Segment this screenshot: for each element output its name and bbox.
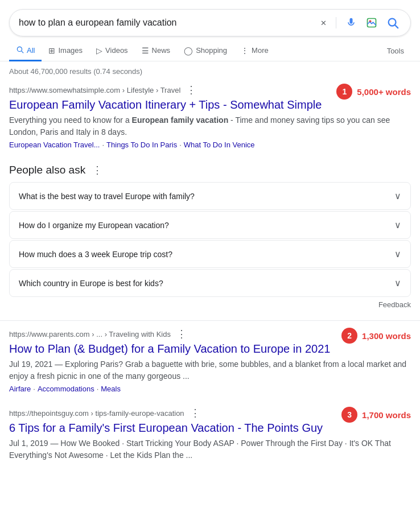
tab-videos[interactable]: ▷ Videos: [89, 42, 135, 61]
result-2-description: Jul 19, 2021 — Exploring Paris? Grab a b…: [9, 358, 411, 382]
search-result-3: 3 1,700 words https://thepointsguy.com ›…: [0, 402, 420, 470]
paa-chevron-3: ∨: [394, 249, 401, 259]
search-result-2: 2 1,300 words https://www.parents.com › …: [0, 323, 420, 402]
search-bar-container: ✕: [0, 0, 420, 36]
paa-item-4[interactable]: Which country in Europe is best for kids…: [9, 269, 411, 297]
badge-3-container: 3 1,700 words: [341, 407, 411, 423]
result-1-more-button[interactable]: ⋮: [184, 84, 199, 96]
search-bar: ✕: [9, 9, 411, 36]
section-divider: [0, 320, 420, 321]
tab-more[interactable]: ⋮ More: [234, 42, 275, 61]
result-3-url: https://thepointsguy.com › tips-family-e…: [9, 409, 184, 418]
lens-icon[interactable]: [364, 15, 380, 31]
voice-search-icon[interactable]: [343, 15, 359, 31]
all-icon: [16, 46, 24, 55]
result-1-link-2[interactable]: Things To Do In Paris: [106, 141, 177, 149]
paa-item-2[interactable]: How do I organize my European vacation? …: [9, 211, 411, 239]
result-2-link-1[interactable]: Airfare: [9, 385, 31, 393]
badge-1-text: 5,000+ words: [357, 87, 411, 97]
paa-chevron-2: ∨: [394, 220, 401, 230]
badge-3-text: 1,700 words: [362, 410, 411, 420]
feedback-label[interactable]: Feedback: [9, 298, 411, 311]
images-icon: ⊞: [48, 46, 55, 55]
result-1-description: Everything you need to know for a Europe…: [9, 114, 411, 138]
search-submit-icon[interactable]: [384, 14, 401, 31]
result-3-more-button[interactable]: ⋮: [188, 407, 203, 419]
result-1-url: https://www.somewhatsimple.com › Lifesty…: [9, 86, 180, 94]
badge-2-container: 2 1,300 words: [341, 328, 411, 344]
tools-button[interactable]: Tools: [380, 42, 411, 60]
result-2-more-button[interactable]: ⋮: [174, 328, 189, 340]
tab-shopping[interactable]: ◯ Shopping: [177, 42, 234, 61]
tab-all[interactable]: All: [9, 41, 42, 61]
search-result-1: 1 5,000+ words https://www.somewhatsimpl…: [0, 79, 420, 158]
result-1-link-3[interactable]: What To Do In Venice: [184, 141, 255, 149]
paa-header: People also ask ⋮: [9, 163, 411, 177]
badge-2-circle: 2: [341, 328, 357, 344]
result-1-links: European Vacation Travel... · Things To …: [9, 141, 411, 149]
badge-1-container: 1 5,000+ words: [336, 84, 411, 100]
svg-line-5: [22, 51, 23, 53]
result-2-link-2[interactable]: Accommodations: [38, 385, 94, 393]
result-2-url: https://www.parents.com › ... › Travelin…: [9, 330, 171, 338]
svg-line-3: [395, 25, 398, 28]
badge-1-circle: 1: [336, 84, 352, 100]
result-1-link-1[interactable]: European Vacation Travel...: [9, 141, 100, 149]
search-input[interactable]: [19, 18, 314, 28]
result-2-links: Airfare · Accommodations · Meals: [9, 385, 411, 393]
more-icon: ⋮: [241, 46, 249, 55]
news-icon: ☰: [142, 46, 149, 55]
tab-images[interactable]: ⊞ Images: [42, 42, 89, 61]
nav-tabs: All ⊞ Images ▷ Videos ☰ News ◯ Shopping …: [0, 36, 420, 61]
paa-more-button[interactable]: ⋮: [90, 163, 105, 177]
tab-news[interactable]: ☰ News: [135, 42, 178, 61]
result-3-description: Jul 1, 2019 — How We Booked · Start Tric…: [9, 437, 411, 461]
divider: [336, 17, 336, 28]
clear-icon[interactable]: ✕: [318, 16, 329, 30]
paa-item-3[interactable]: How much does a 3 week Europe trip cost?…: [9, 240, 411, 268]
shopping-icon: ◯: [184, 46, 193, 55]
paa-chevron-1: ∨: [394, 191, 401, 201]
results-info: About 46,700,000 results (0.74 seconds): [0, 61, 420, 79]
badge-2-text: 1,300 words: [362, 331, 411, 341]
people-also-ask-section: People also ask ⋮ What is the best way t…: [9, 163, 411, 311]
result-2-link-3[interactable]: Meals: [101, 385, 121, 393]
paa-chevron-4: ∨: [394, 278, 401, 288]
paa-item-1[interactable]: What is the best way to travel Europe wi…: [9, 182, 411, 210]
badge-3-circle: 3: [341, 407, 357, 423]
videos-icon: ▷: [96, 46, 102, 55]
